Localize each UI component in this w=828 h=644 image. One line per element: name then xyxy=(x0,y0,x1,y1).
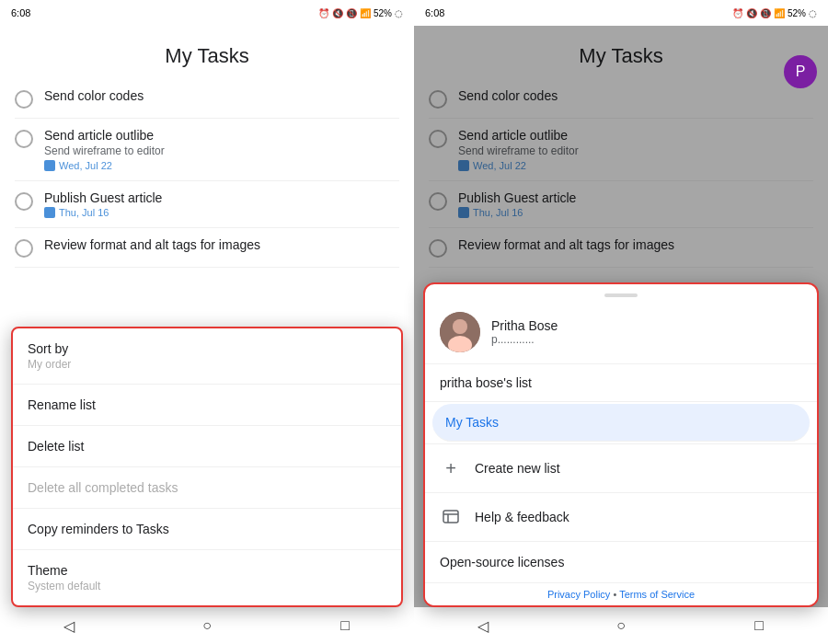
task-checkbox-4[interactable] xyxy=(15,239,33,258)
theme-label: Theme xyxy=(28,563,386,578)
my-tasks-label: My Tasks xyxy=(445,415,499,430)
task-text-1: Send color codes xyxy=(44,88,399,105)
sort-by-item[interactable]: Sort by My order xyxy=(13,328,401,385)
right-task-checkbox-2 xyxy=(429,130,447,148)
right-task-name-3: Publish Guest article xyxy=(458,190,813,205)
right-task-name-4: Review format and alt tags for images xyxy=(458,237,813,252)
task-checkbox-2[interactable] xyxy=(15,130,33,148)
user-avatar-top-right[interactable]: P xyxy=(784,55,817,88)
terms-link[interactable]: Terms of Service xyxy=(619,589,695,600)
theme-item[interactable]: Theme System default xyxy=(13,550,401,605)
right-task-name-2: Send article outlibe xyxy=(458,128,813,143)
right-task-text-1: Send color codes xyxy=(458,88,813,105)
task-name-1: Send color codes xyxy=(44,88,399,103)
right-status-time: 6:08 xyxy=(425,7,444,18)
task-name-3: Publish Guest article xyxy=(44,190,399,205)
delete-list-item[interactable]: Delete list xyxy=(13,426,401,467)
task-checkbox-3[interactable] xyxy=(15,192,33,211)
privacy-footer: Privacy Policy • Terms of Service xyxy=(425,583,817,605)
help-icon-svg xyxy=(442,508,460,526)
task-item-3[interactable]: Publish Guest article Thu, Jul 16 xyxy=(15,181,399,228)
delete-list-label: Delete list xyxy=(28,439,386,454)
back-button[interactable]: ◁ xyxy=(55,616,83,635)
right-task-item-2: Send article outlibe Send wireframe to e… xyxy=(429,119,813,181)
right-phone-panel: 6:08 ⏰🔇📵📶52%◌ My Tasks Send color codes xyxy=(414,0,828,644)
sort-by-sub: My order xyxy=(28,358,386,371)
create-new-list-label: Create new list xyxy=(475,461,560,476)
help-feedback-item[interactable]: Help & feedback xyxy=(425,493,817,542)
user-info: Pritha Bose p............ xyxy=(491,318,558,346)
pritha-list-label: pritha bose's list xyxy=(440,375,532,390)
calendar-icon-3 xyxy=(44,207,55,218)
recents-button[interactable]: □ xyxy=(331,616,359,635)
right-task-item-3: Publish Guest article Thu, Jul 16 xyxy=(429,181,813,228)
task-date-3: Thu, Jul 16 xyxy=(44,207,399,218)
task-item-1[interactable]: Send color codes xyxy=(15,79,399,119)
help-icon xyxy=(440,506,462,528)
left-status-time: 6:08 xyxy=(11,7,30,18)
rename-list-label: Rename list xyxy=(28,397,386,412)
right-status-bar: 6:08 ⏰🔇📵📶52%◌ xyxy=(414,0,828,26)
task-item-2[interactable]: Send article outlibe Send wireframe to e… xyxy=(15,119,399,181)
user-name: Pritha Bose xyxy=(491,318,558,333)
task-date-2: Wed, Jul 22 xyxy=(44,160,399,171)
right-task-item-1: Send color codes xyxy=(429,79,813,119)
right-status-icons: ⏰🔇📵📶52%◌ xyxy=(732,8,817,18)
right-app-title: My Tasks xyxy=(414,26,828,79)
svg-point-3 xyxy=(453,319,467,334)
right-home-button[interactable]: ○ xyxy=(607,616,635,635)
right-task-date-3: Thu, Jul 16 xyxy=(458,207,813,218)
right-bottom-sheet: Pritha Bose p............ pritha bose's … xyxy=(423,282,819,607)
left-app-title: My Tasks xyxy=(0,26,414,79)
right-task-subtitle-2: Send wireframe to editor xyxy=(458,144,813,157)
delete-completed-item: Delete all completed tasks xyxy=(13,467,401,509)
user-email: p............ xyxy=(491,333,558,346)
task-text-2: Send article outlibe Send wireframe to e… xyxy=(44,128,399,171)
avatar-svg xyxy=(440,312,480,352)
task-name-4: Review format and alt tags for images xyxy=(44,237,399,252)
task-name-2: Send article outlibe xyxy=(44,128,399,143)
task-checkbox-1[interactable] xyxy=(15,90,33,109)
task-item-4[interactable]: Review format and alt tags for images xyxy=(15,228,399,268)
list-item-my-tasks[interactable]: My Tasks xyxy=(432,404,810,442)
copy-reminders-item[interactable]: Copy reminders to Tasks xyxy=(13,509,401,550)
plus-icon: + xyxy=(440,457,462,479)
home-button[interactable]: ○ xyxy=(193,616,221,635)
right-task-checkbox-4 xyxy=(429,239,447,258)
rename-list-item[interactable]: Rename list xyxy=(13,385,401,426)
right-task-text-3: Publish Guest article Thu, Jul 16 xyxy=(458,190,813,218)
copy-reminders-label: Copy reminders to Tasks xyxy=(28,522,386,536)
user-profile-row[interactable]: Pritha Bose p............ xyxy=(425,303,817,364)
right-task-checkbox-3 xyxy=(429,192,447,211)
right-task-item-4: Review format and alt tags for images xyxy=(429,228,813,268)
help-feedback-label: Help & feedback xyxy=(475,510,569,524)
left-phone-panel: 6:08 ⏰🔇📵📶52%◌ My Tasks Send color codes … xyxy=(0,0,414,644)
right-recents-button[interactable]: □ xyxy=(745,616,773,635)
delete-completed-label: Delete all completed tasks xyxy=(28,480,386,495)
open-source-item[interactable]: Open-source licenses xyxy=(425,542,817,583)
user-avatar xyxy=(440,312,480,352)
right-calendar-icon-3 xyxy=(458,207,469,218)
right-back-button[interactable]: ◁ xyxy=(469,616,497,635)
svg-rect-4 xyxy=(443,511,458,523)
sheet-handle xyxy=(604,293,638,297)
left-bottom-sheet: Sort by My order Rename list Delete list… xyxy=(11,327,403,607)
task-text-3: Publish Guest article Thu, Jul 16 xyxy=(44,190,399,218)
left-status-icons: ⏰🔇📵📶52%◌ xyxy=(318,8,403,18)
right-nav-bar: ◁ ○ □ xyxy=(414,607,828,644)
list-item-pritha[interactable]: pritha bose's list xyxy=(425,364,817,402)
calendar-icon-2 xyxy=(44,160,55,171)
task-subtitle-2: Send wireframe to editor xyxy=(44,144,399,157)
left-status-bar: 6:08 ⏰🔇📵📶52%◌ xyxy=(0,0,414,26)
open-source-label: Open-source licenses xyxy=(440,555,564,569)
right-task-text-2: Send article outlibe Send wireframe to e… xyxy=(458,128,813,171)
privacy-policy-link[interactable]: Privacy Policy xyxy=(547,589,610,600)
right-task-checkbox-1 xyxy=(429,90,447,109)
theme-sub: System default xyxy=(28,580,386,592)
avatar-letter: P xyxy=(796,63,806,80)
right-calendar-icon-2 xyxy=(458,160,469,171)
right-task-text-4: Review format and alt tags for images xyxy=(458,237,813,254)
create-new-list-item[interactable]: + Create new list xyxy=(425,444,817,493)
right-task-name-1: Send color codes xyxy=(458,88,813,103)
sort-by-label: Sort by xyxy=(28,341,386,356)
